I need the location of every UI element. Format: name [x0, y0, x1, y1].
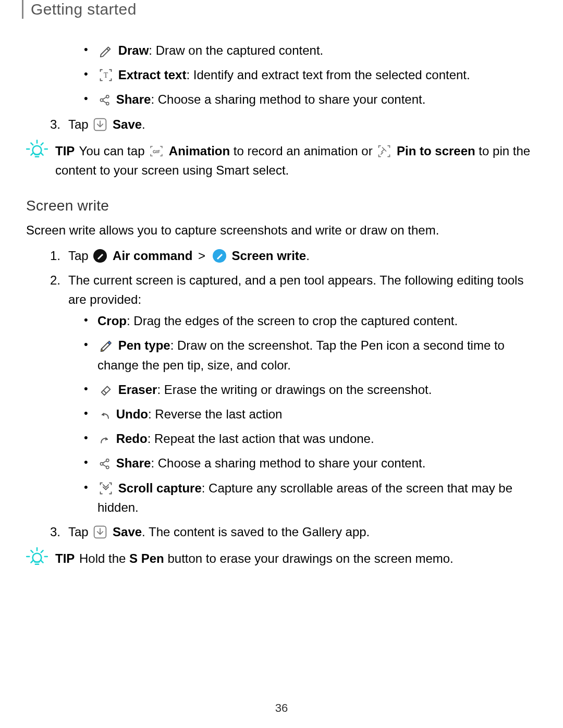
sub-draw-bold: Draw [118, 43, 149, 57]
sw-share-rest: : Choose a sharing method to share your … [151, 456, 425, 470]
sw-step1-num: 1. [50, 246, 60, 265]
share-icon [99, 458, 111, 470]
page-number: 36 [0, 701, 563, 715]
sw-redo-bold: Redo [116, 431, 148, 446]
tip-2: TIP Hold the S Pen button to erase your … [26, 549, 537, 568]
sub-item-extract: Extract text: Identify and extract text … [84, 65, 537, 84]
sw-redo-rest: : Repeat the last action that was undone… [148, 431, 374, 446]
scroll-capture-icon [99, 481, 113, 496]
tip1-label: TIP [55, 144, 75, 158]
first-list-item-continued: Draw: Draw on the captured content. Extr… [50, 41, 537, 109]
tip2-spen: S Pen [129, 551, 164, 565]
screen-write-intro: Screen write allows you to capture scree… [26, 220, 537, 240]
sub-item-draw: Draw: Draw on the captured content. [84, 41, 537, 60]
air-command-icon [93, 249, 107, 263]
lightbulb-icon [26, 138, 48, 165]
sw-sub-scroll: Scroll capture: Capture any scrollable a… [84, 478, 537, 517]
screen-write-heading: Screen write [26, 194, 537, 217]
sub-extract-rest: : Identify and extract text from the sel… [186, 68, 470, 82]
sub-item-share: Share: Choose a sharing method to share … [84, 90, 537, 109]
sw-pentype-bold: Pen type [118, 338, 170, 352]
sw-step1-sw: Screen write [231, 249, 306, 263]
sw-crop-bold: Crop [97, 314, 127, 328]
sw-scroll-bold: Scroll capture [118, 481, 202, 495]
sw-step3-num: 3. [50, 522, 60, 541]
sub-draw-rest: : Draw on the captured content. [149, 43, 323, 57]
sw-eraser-rest: : Erase the writing or drawings on the s… [157, 382, 432, 397]
gif-icon [149, 144, 164, 158]
sw-undo-rest: : Reverse the last action [148, 407, 282, 421]
tip2-pt2: button to erase your drawings on the scr… [164, 551, 454, 565]
page-header: Getting started [22, 0, 537, 19]
sw-step1-angle: > [198, 249, 205, 263]
step3-bold: Save [113, 117, 142, 131]
sw-step1: 1. Tap Air command > Screen write. [50, 246, 537, 265]
sw-crop-rest: : Drag the edges of the screen to crop t… [127, 314, 458, 328]
tip1-pin: Pin to screen [397, 144, 475, 158]
sw-step3-rest: . The content is saved to the Gallery ap… [142, 525, 370, 539]
draw-icon [99, 43, 113, 58]
screen-write-icon [212, 249, 227, 263]
save-icon [93, 117, 107, 132]
lightbulb-icon [26, 546, 48, 573]
sub-share-bold: Share [116, 92, 151, 106]
pen-type-icon [99, 338, 113, 353]
step3-rest: . [142, 117, 145, 131]
undo-icon [99, 409, 111, 421]
pin-icon [377, 144, 391, 158]
sw-sub-redo: Redo: Repeat the last action that was un… [84, 429, 537, 448]
sw-step2: 2. The current screen is captured, and a… [50, 270, 537, 517]
sw-eraser-bold: Eraser [118, 382, 157, 397]
tip1-pt2: to record an animation or [230, 144, 376, 158]
first-list: Draw: Draw on the captured content. Extr… [50, 41, 537, 134]
sw-share-bold: Share [116, 456, 151, 470]
sw-sub-share: Share: Choose a sharing method to share … [84, 453, 537, 473]
sw-step3-tap: Tap [68, 525, 92, 539]
tip1-pt1: You can tap [76, 144, 148, 158]
sw-sub-pentype: Pen type: Draw on the screenshot. Tap th… [84, 336, 537, 374]
tip2-label: TIP [55, 551, 75, 565]
sw-sub-eraser: Eraser: Erase the writing or drawings on… [84, 380, 537, 399]
sw-sub-list: Crop: Drag the edges of the screen to cr… [84, 311, 537, 517]
extract-text-icon [99, 68, 113, 82]
sw-sub-crop: Crop: Drag the edges of the screen to cr… [84, 311, 537, 330]
eraser-icon [99, 382, 113, 397]
tip2-pt1: Hold the [76, 551, 129, 565]
sw-step1-air: Air command [113, 249, 192, 263]
page-content: Draw: Draw on the captured content. Extr… [26, 41, 537, 568]
sw-step1-rest: . [306, 249, 310, 263]
tip1-animation: Animation [169, 144, 230, 158]
sw-step1-tap: Tap [68, 249, 92, 263]
screen-write-steps: 1. Tap Air command > Screen write. 2. Th… [50, 246, 537, 541]
first-list-step3: 3. Tap Save. [50, 115, 537, 134]
sw-step2-num: 2. [50, 270, 60, 290]
sub-extract-bold: Extract text [118, 68, 187, 82]
share-icon [99, 94, 111, 106]
sw-step3: 3. Tap Save. The content is saved to the… [50, 522, 537, 541]
sub-share-rest: : Choose a sharing method to share your … [151, 92, 425, 106]
save-icon [93, 525, 107, 539]
sw-step2-text: The current screen is captured, and a pe… [68, 273, 523, 306]
sw-step3-bold: Save [113, 525, 142, 539]
tip-1: TIP You can tap Animation to record an a… [26, 141, 537, 180]
step3-num: 3. [50, 115, 60, 134]
sw-sub-undo: Undo: Reverse the last action [84, 404, 537, 424]
sw-undo-bold: Undo [116, 407, 148, 421]
step3-tap: Tap [68, 117, 92, 131]
redo-icon [99, 433, 111, 446]
